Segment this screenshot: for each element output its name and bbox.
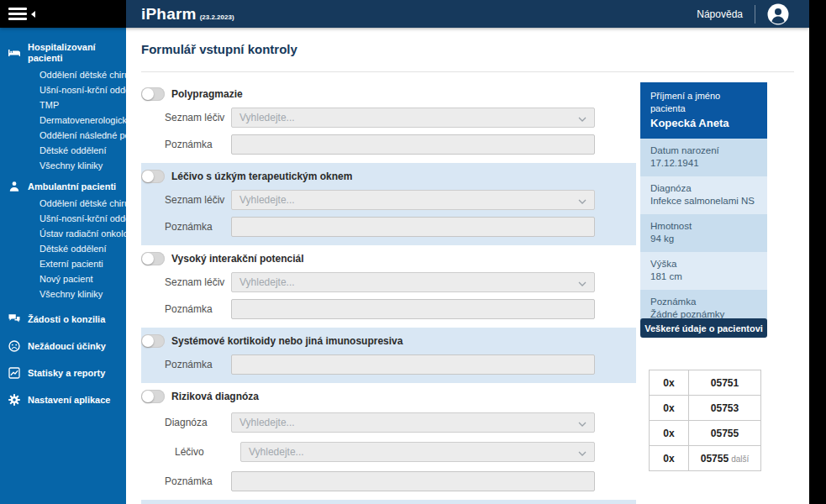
all-patient-data-button[interactable]: Veškeré údaje o pacientovi [640, 318, 767, 338]
code-value: 05751 [711, 377, 739, 389]
code-count-cell: 0x [650, 446, 689, 471]
sidebar-subitem[interactable]: Ústav radiační onkologie [0, 226, 126, 241]
sidebar-subitem[interactable]: Oddělení dětské chirurgie [0, 67, 126, 82]
sidebar: Hospitalizovaní pacientiOddělení dětské … [0, 28, 126, 504]
page-title: Formulář vstupní kontroly [141, 42, 297, 56]
form-row: LéčivoVyhledejte... [141, 442, 636, 462]
sidebar-subitem[interactable]: Oddělení dětské chirurgie [0, 196, 126, 211]
patient-info-label: Diagnóza [650, 182, 757, 195]
screen-edge [809, 0, 826, 504]
patient-name-label: Příjmení a jméno pacienta [650, 90, 757, 115]
sidebar-item-label: Ambulantní pacienti [28, 181, 116, 192]
main-content: Formulář vstupní kontroly PolypragmazieS… [126, 28, 809, 504]
form-field [231, 217, 595, 237]
code-row: 0x05755další [650, 446, 761, 471]
hamburger-menu-icon[interactable] [8, 5, 35, 23]
form-section: Vysoký interakční potenciálSeznam léčivV… [141, 245, 636, 328]
sidebar-section: Statisky a reporty [0, 364, 126, 382]
search-select[interactable]: Vyhledejte... [231, 108, 595, 128]
chevron-down-icon [578, 415, 587, 430]
form-section-head: Systémové kortikoidy nebo jiná imunosupr… [141, 334, 636, 348]
search-select[interactable]: Vyhledejte... [231, 412, 595, 433]
sidebar-nav: Hospitalizovaní pacientiOddělení dětské … [0, 39, 126, 409]
sidebar-item-ambulantni-pacienti[interactable]: Ambulantní pacienti [0, 177, 126, 196]
form-section: Systémové kortikoidy nebo jiná imunosupr… [141, 328, 636, 383]
collapse-arrow-icon [31, 11, 35, 18]
sidebar-item-label: Nežádoucí účinky [28, 341, 106, 352]
note-input[interactable] [231, 134, 595, 155]
chart-icon [8, 367, 20, 379]
help-link[interactable]: Nápověda [697, 8, 743, 20]
toggle-switch[interactable] [141, 334, 165, 348]
patient-info-label: Hmotnost [650, 220, 757, 233]
patient-info-row: DiagnózaInfekce salmonelami NS [640, 176, 767, 214]
note-input[interactable] [231, 354, 595, 375]
code-row: 0x05755 [650, 421, 761, 446]
app-brand: iPharm (23.2.2023) [141, 5, 234, 24]
toggle-switch[interactable] [141, 87, 165, 101]
sidebar-section: Žádosti o konzilia [0, 310, 126, 328]
codes-table-body: 0x057510x057530x057550x05755další [650, 370, 761, 471]
sidebar-subitem[interactable]: Všechny kliniky [0, 158, 126, 173]
sidebar-subitem[interactable]: Dermatovenerologická klinika [0, 113, 126, 128]
select-placeholder: Vyhledejte... [239, 276, 578, 288]
chevron-down-icon [578, 110, 587, 125]
toggle-switch[interactable] [141, 252, 165, 265]
form-field: Vyhledejte... [231, 108, 595, 128]
search-select[interactable]: Vyhledejte... [231, 272, 595, 292]
form-field [231, 471, 595, 491]
form-section-partial [141, 500, 636, 504]
chevron-down-icon [578, 444, 587, 459]
sidebar-subitem[interactable]: Oddělení následné péče [0, 128, 126, 143]
note-input[interactable] [231, 471, 595, 491]
patient-info-value: Infekce salmonelami NS [650, 195, 757, 207]
toggle-switch[interactable] [141, 390, 165, 403]
sidebar-section: Nežádoucí účinky [0, 337, 126, 355]
sidebar-subitem[interactable]: Dětské oddělení [0, 143, 126, 158]
search-select[interactable]: Vyhledejte... [240, 442, 595, 462]
sidebar-item-label: Hospitalizovaní pacienti [28, 42, 121, 64]
note-input[interactable] [231, 299, 595, 319]
form-row: Seznam léčivVyhledejte... [141, 272, 636, 292]
chevron-down-icon [578, 275, 587, 290]
form-field-label: Poznámka [165, 475, 231, 487]
title-divider [141, 71, 794, 72]
form-row: Poznámka [141, 217, 636, 237]
sidebar-subitem[interactable]: Externí pacienti [0, 256, 126, 271]
form-section-head: Riziková diagnóza [141, 390, 636, 403]
select-placeholder: Vyhledejte... [249, 446, 578, 458]
form-field-label: Poznámka [165, 139, 231, 150]
sidebar-subitem[interactable]: Nový pacient [0, 271, 126, 286]
select-placeholder: Vyhledejte... [239, 417, 578, 428]
code-count-cell: 0x [650, 370, 689, 396]
code-value: 05755 [711, 428, 739, 439]
sidebar-subitem[interactable]: Ušní-nosní-krční oddělení [0, 82, 126, 97]
form-section: Léčivo s úzkým terapeutickým oknemSeznam… [141, 163, 636, 245]
sidebar-subitem[interactable]: TMP [0, 97, 126, 113]
toggle-switch[interactable] [141, 170, 165, 183]
sidebar-item-label: Nastavení aplikace [28, 395, 110, 406]
sidebar-subitem[interactable]: Všechny kliniky [0, 286, 126, 302]
app-window: iPharm (23.2.2023) Nápověda Hospitalizov… [0, 0, 809, 504]
form-section-head: Vysoký interakční potenciál [141, 252, 636, 265]
sidebar-item-nastaveni-aplikace[interactable]: Nastavení aplikace [0, 391, 126, 409]
form-field: Vyhledejte... [231, 412, 595, 433]
form-section-head: Polypragmazie [141, 87, 636, 101]
toggle-knob [142, 335, 154, 347]
sidebar-item-statisky-a-reporty[interactable]: Statisky a reporty [0, 364, 126, 382]
patient-card: Příjmení a jméno pacienta Kopecká Aneta … [640, 82, 767, 328]
user-avatar-icon[interactable] [767, 3, 789, 25]
sidebar-subitem[interactable]: Ušní-nosní-krční oddělení [0, 211, 126, 226]
search-select[interactable]: Vyhledejte... [231, 190, 595, 210]
form-row: Poznámka [141, 299, 636, 319]
note-input[interactable] [231, 217, 595, 237]
sidebar-item-nezadouci-ucinky[interactable]: Nežádoucí účinky [0, 337, 126, 355]
sidebar-subitem[interactable]: Dětské oddělení [0, 241, 126, 256]
sidebar-item-zadosti-o-konzilia[interactable]: Žádosti o konzilia [0, 310, 126, 328]
sidebar-toggle-area [0, 0, 126, 28]
sidebar-item-hospitalizovani-pacienti[interactable]: Hospitalizovaní pacienti [0, 39, 126, 67]
toggle-knob [142, 171, 154, 182]
select-placeholder: Vyhledejte... [239, 112, 578, 123]
form-row: Poznámka [141, 471, 636, 491]
form-section-head: Léčivo s úzkým terapeutickým oknem [141, 170, 636, 183]
